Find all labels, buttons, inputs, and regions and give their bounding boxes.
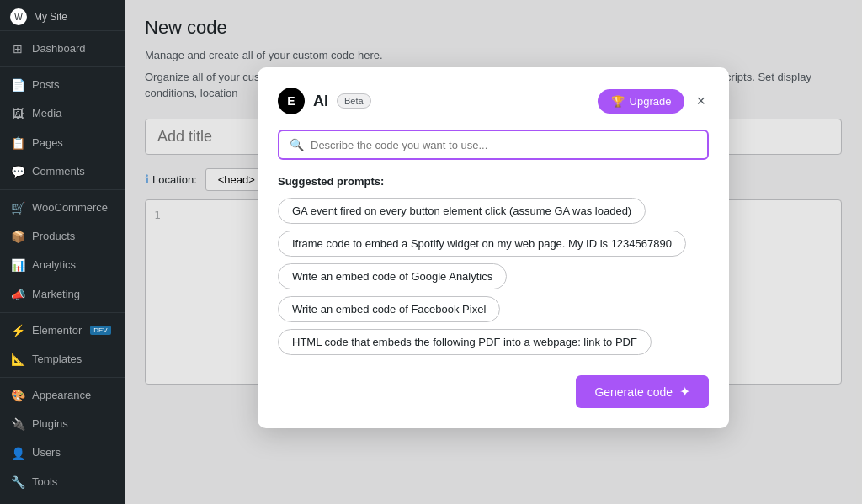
ai-modal: E AI Beta 🏆 Upgrade × 🔍 Suggested prompt… (258, 67, 729, 428)
prompt-chip-2[interactable]: Write an embed code of Google Analytics (278, 263, 507, 289)
sidebar-item-allinone[interactable]: 🔄 All-in-One WP Migration (0, 496, 125, 504)
upgrade-label: Upgrade (630, 95, 672, 108)
prompt-chips: GA event fired on every button element c… (278, 198, 709, 355)
comments-icon: 💬 (10, 164, 25, 179)
sidebar-item-dashboard[interactable]: ⊞ Dashboard (0, 34, 125, 63)
woocommerce-icon: 🛒 (10, 200, 25, 215)
sidebar-item-label: Users (32, 445, 61, 460)
sidebar-header: W My Site (0, 0, 125, 31)
tools-icon: 🔧 (10, 475, 25, 490)
elementor-dev-badge: DEV (90, 326, 110, 335)
ai-search-input[interactable] (311, 139, 697, 151)
beta-badge: Beta (337, 93, 371, 109)
prompt-chip-3[interactable]: Write an embed code of Facebook Pixel (278, 296, 500, 322)
sidebar-item-woocommerce[interactable]: 🛒 WooCommerce (0, 194, 125, 222)
search-icon: 🔍 (290, 138, 304, 151)
sidebar-item-media[interactable]: 🖼 Media (0, 99, 125, 128)
sidebar-item-label: Plugins (32, 416, 68, 432)
sparkle-icon: ✦ (679, 384, 690, 400)
prompt-chip-4[interactable]: HTML code that embeds the following PDF … (278, 329, 652, 355)
sidebar-item-label: Elementor (32, 323, 82, 338)
sidebar-item-label: WooCommerce (32, 200, 108, 215)
marketing-icon: 📣 (10, 287, 25, 302)
suggested-label: Suggested prompts: (278, 175, 709, 188)
upgrade-button[interactable]: 🏆 Upgrade (598, 89, 685, 114)
main-content: New code Manage and create all of your c… (125, 0, 862, 504)
upgrade-icon: 🏆 (611, 95, 625, 108)
sidebar-item-label: Tools (32, 475, 57, 490)
search-row: 🔍 (278, 130, 709, 160)
sidebar-item-label: Dashboard (32, 41, 86, 56)
close-button[interactable]: × (693, 89, 709, 114)
sidebar-item-label: Media (32, 106, 61, 121)
users-icon: 👤 (10, 446, 25, 461)
plugins-icon: 🔌 (10, 416, 25, 432)
sidebar-item-elementor[interactable]: ⚡ Elementor DEV (0, 316, 125, 345)
sidebar-item-plugins[interactable]: 🔌 Plugins (0, 410, 125, 438)
sidebar-item-posts[interactable]: 📄 Posts (0, 71, 125, 99)
sidebar-item-tools[interactable]: 🔧 Tools (0, 468, 125, 496)
site-name: My Site (34, 11, 67, 23)
generate-label: Generate code (594, 385, 673, 399)
sidebar-item-label: Templates (32, 352, 82, 367)
site-icon: W (10, 8, 27, 25)
sidebar-item-label: Marketing (32, 287, 80, 302)
sidebar-item-templates[interactable]: 📐 Templates (0, 345, 125, 374)
close-icon: × (696, 93, 705, 110)
posts-icon: 📄 (10, 77, 25, 93)
dashboard-icon: ⊞ (10, 41, 25, 56)
generate-button[interactable]: Generate code ✦ (576, 375, 709, 408)
sidebar-item-marketing[interactable]: 📣 Marketing (0, 280, 125, 309)
sidebar-item-label: Appearance (32, 388, 91, 403)
sidebar-item-analytics[interactable]: 📊 Analytics (0, 251, 125, 279)
sidebar-item-comments[interactable]: 💬 Comments (0, 157, 125, 186)
media-icon: 🖼 (10, 106, 25, 121)
elementor-logo-letter: E (287, 94, 295, 108)
ai-modal-overlay: E AI Beta 🏆 Upgrade × 🔍 Suggested prompt… (125, 0, 862, 504)
modal-header: E AI Beta 🏆 Upgrade × (278, 88, 709, 114)
products-icon: 📦 (10, 229, 25, 244)
sidebar-item-products[interactable]: 📦 Products (0, 222, 125, 251)
templates-icon: 📐 (10, 352, 25, 367)
sidebar-item-pages[interactable]: 📋 Pages (0, 129, 125, 157)
analytics-icon: 📊 (10, 257, 25, 273)
sidebar-item-label: Comments (32, 164, 85, 179)
pages-icon: 📋 (10, 135, 25, 151)
sidebar-item-label: Pages (32, 135, 63, 151)
prompt-chip-0[interactable]: GA event fired on every button element c… (278, 198, 646, 224)
prompt-chip-1[interactable]: Iframe code to embed a Spotify widget on… (278, 231, 686, 257)
sidebar: W My Site ⊞ Dashboard 📄 Posts 🖼 Media 📋 … (0, 0, 125, 504)
modal-footer: Generate code ✦ (278, 375, 709, 408)
sidebar-item-appearance[interactable]: 🎨 Appearance (0, 381, 125, 410)
sidebar-item-users[interactable]: 👤 Users (0, 438, 125, 467)
sidebar-item-label: Products (32, 229, 75, 244)
elementor-logo: E (278, 88, 305, 114)
appearance-icon: 🎨 (10, 388, 25, 403)
modal-ai-label: AI (313, 93, 328, 110)
sidebar-item-label: Analytics (32, 257, 76, 273)
elementor-icon: ⚡ (10, 323, 25, 338)
sidebar-item-label: Posts (32, 77, 60, 93)
